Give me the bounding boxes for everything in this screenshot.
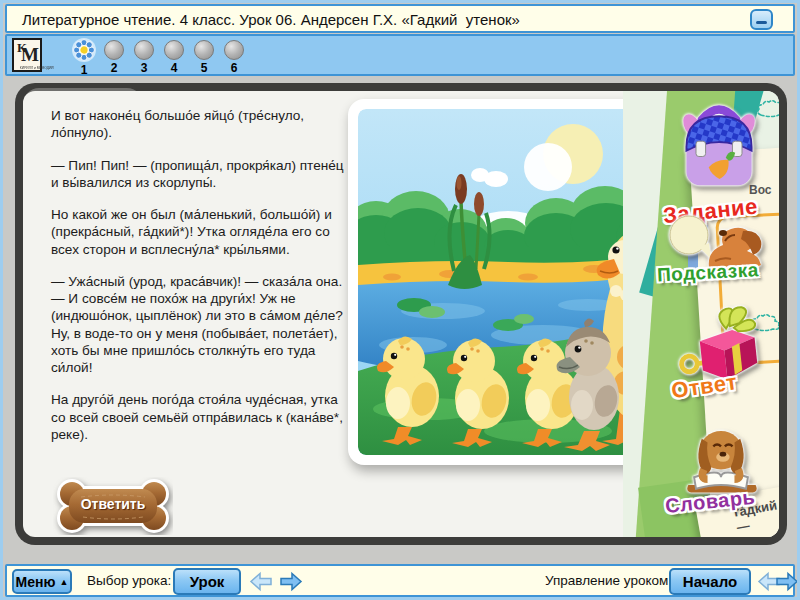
answer-submit-label: Ответить xyxy=(53,496,173,512)
title-bar: Литературное чтение. 4 класс. Урок 06. А… xyxy=(5,4,795,33)
slide-number: 2 xyxy=(111,61,118,75)
lesson-control-button-label: Начало xyxy=(683,573,737,590)
caret-up-icon: ▲ xyxy=(59,577,68,587)
slide-number: 6 xyxy=(231,61,238,75)
content-panel: И вот наконе́ц большо́е яйцо́ (тре́снуло… xyxy=(23,91,779,537)
menu-button[interactable]: Меню ▲ xyxy=(12,569,72,594)
lesson-stage: И вот наконе́ц большо́е яйцо́ (тре́снуло… xyxy=(15,83,787,545)
story-paragraph: На друго́й день пого́да стоя́ла чуде́сна… xyxy=(51,391,351,443)
km-logo: К М КИРИЛЛ и МЕФОДИЙ xyxy=(12,38,42,72)
slide-nav-item-6[interactable]: 6 xyxy=(219,38,249,77)
lesson-button-label: Урок xyxy=(190,573,225,590)
story-paragraph: — Пип! Пип! — (пропища́л, прокря́кал) пт… xyxy=(51,157,351,192)
minimize-icon xyxy=(756,21,767,24)
slide-number: 1 xyxy=(81,63,88,77)
logo-letter-m: М xyxy=(21,44,39,66)
control-next-arrow[interactable] xyxy=(775,571,799,592)
duck-pond-illustration xyxy=(358,109,650,455)
logo-caption: КИРИЛЛ и МЕФОДИЙ xyxy=(20,67,34,70)
slide-nav-item-4[interactable]: 4 xyxy=(159,38,189,77)
toolbar: К М КИРИЛЛ и МЕФОДИЙ 1 xyxy=(5,34,795,76)
slide-nav-item-2[interactable]: 2 xyxy=(99,38,129,77)
lesson-next-arrow[interactable] xyxy=(279,571,303,592)
slide-dot-icon xyxy=(224,40,244,60)
app-window: Литературное чтение. 4 класс. Урок 06. А… xyxy=(0,0,800,600)
lesson-prev-arrow[interactable] xyxy=(249,571,273,592)
slide-dot-icon xyxy=(164,40,184,60)
slide-dot-icon xyxy=(104,40,124,60)
lesson-button[interactable]: Урок xyxy=(173,568,241,595)
slide-nav-item-1[interactable]: 1 xyxy=(69,38,99,77)
ducklings xyxy=(377,336,580,447)
illustration-frame xyxy=(348,99,660,465)
slide-nav: 1 2 3 4 5 6 xyxy=(69,38,249,77)
lesson-control-button[interactable]: Начало xyxy=(669,568,751,595)
slide-dot-icon xyxy=(194,40,214,60)
window-title: Литературное чтение. 4 класс. Урок 06. А… xyxy=(22,11,520,28)
slide-dot-icon xyxy=(134,40,154,60)
menu-button-label: Меню xyxy=(16,574,56,590)
slide-number: 3 xyxy=(141,61,148,75)
story-paragraph: — Ужа́сный (урод, краса́вчик)! — сказа́л… xyxy=(51,273,351,377)
answer-submit-button[interactable]: Ответить xyxy=(53,477,173,535)
active-slide-halo xyxy=(72,38,96,62)
lesson-control-label: Управление уроком: xyxy=(545,573,672,588)
task-button[interactable] xyxy=(673,93,765,201)
slide-number: 4 xyxy=(171,61,178,75)
slide-nav-item-3[interactable]: 3 xyxy=(129,38,159,77)
flower-icon xyxy=(73,39,95,61)
slide-nav-item-5[interactable]: 5 xyxy=(189,38,219,77)
slide-number: 5 xyxy=(201,61,208,75)
backpack-icon xyxy=(673,93,765,197)
story-paragraph: Но какой же он был (ма́ленький, большо́й… xyxy=(51,206,351,258)
story-text: И вот наконе́ц большо́е яйцо́ (тре́снуло… xyxy=(51,107,351,458)
bottom-bar: Меню ▲ Выбор урока: Урок Управление урок… xyxy=(5,564,795,597)
lesson-select-label: Выбор урока: xyxy=(87,573,171,588)
minimize-button[interactable] xyxy=(750,9,773,30)
story-paragraph: И вот наконе́ц большо́е яйцо́ (тре́снуло… xyxy=(51,107,351,142)
